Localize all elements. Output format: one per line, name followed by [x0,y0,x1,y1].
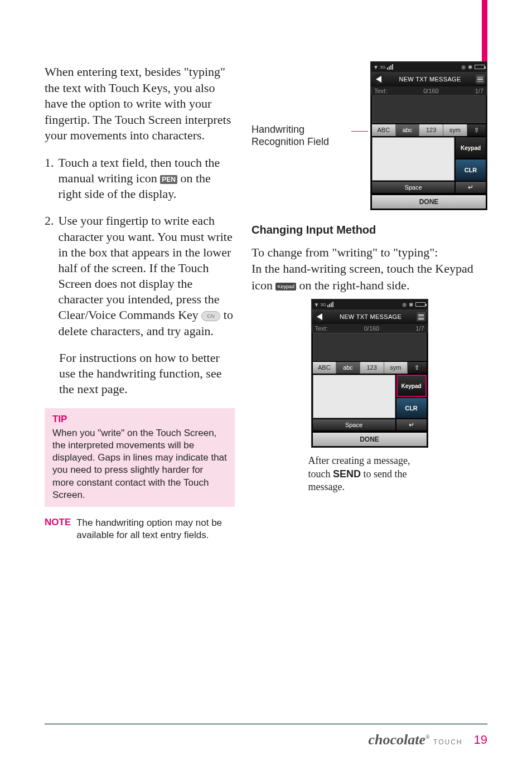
text-input-area[interactable] [372,95,486,123]
mode-ABC[interactable]: ABC [313,362,336,374]
accent-bar [482,0,487,61]
step-1: 1. Touch a text field, then touch the ma… [45,155,235,202]
text-label: Text: [315,325,328,332]
signal-icon [387,64,393,70]
network-icon: 3G [380,65,386,70]
antenna-icon: ▼ [373,64,379,70]
done-button[interactable]: DONE [313,433,427,446]
clear-voice-key-icon: C/v [201,311,220,321]
handwriting-field[interactable] [313,375,395,418]
tip-body: When you "write" on the Touch Screen, th… [52,427,227,501]
change-para-2: In the hand-writing screen, touch the Ke… [252,260,487,293]
status-bar: ▼ 3G ⊕ ✱ [371,62,487,72]
step-number: 1. [45,155,54,202]
callout-label: Handwriting Recognition Field [252,124,349,148]
indent-paragraph: For instructions on how to better use th… [59,350,235,397]
shift-button[interactable]: ⇧ [467,124,486,136]
text-input-area[interactable] [313,333,427,361]
page-number: 19 [474,733,487,747]
signal-icon [327,302,333,307]
note-row: NOTE The handwriting option may not be a… [45,517,235,541]
mode-row: ABC abc 123 sym ⇧ [313,362,427,374]
menu-icon[interactable] [417,312,425,321]
battery-icon [475,65,485,69]
page-footer: chocolate® TOUCH 19 [45,723,487,748]
mode-ABC[interactable]: ABC [372,124,395,136]
done-button[interactable]: DONE [372,195,486,209]
antenna-icon: ▼ [314,302,320,308]
keypad-inline-icon: Keypad [275,283,296,290]
back-button[interactable] [314,311,325,322]
step-2: 2. Use your fingertip to write each char… [45,213,235,338]
screen-title: NEW TXT MESSAGE [386,76,473,83]
clr-button[interactable]: CLR [456,159,486,181]
callout-leader-line [351,131,368,132]
mode-sym[interactable]: sym [443,124,467,136]
step-body: Use your fingertip to write each charact… [59,213,235,338]
battery-icon [415,302,425,307]
left-column: When entering text, besides "typing" the… [45,33,235,541]
intro-paragraph: When entering text, besides "typing" the… [45,64,235,144]
shift-button[interactable]: ⇧ [407,362,426,374]
mode-sym[interactable]: sym [384,362,408,374]
figure2-caption: After creating a message, touch SEND to … [308,454,431,493]
note-body: The handwriting option may not be availa… [76,517,235,541]
location-icon: ⊕ [402,302,407,308]
clr-button[interactable]: CLR [396,398,427,418]
back-arrow-icon [376,76,381,83]
title-bar: NEW TXT MESSAGE [371,72,487,86]
phone-screenshot-2: ▼ 3G ⊕ ✱ NEW TXT MESSAGE Te [311,299,428,448]
mode-abc[interactable]: abc [336,362,360,374]
brand-name: chocolate [368,732,425,748]
bluetooth-icon: ✱ [409,302,413,308]
menu-icon[interactable] [476,75,485,84]
mode-123[interactable]: 123 [419,124,443,136]
space-button[interactable]: Space [372,182,454,193]
note-label: NOTE [45,517,71,541]
phone-screenshot-1: ▼ 3G ⊕ ✱ NEW TXT MESSAGE Te [370,61,487,210]
brand-logo: chocolate® TOUCH [368,732,462,748]
back-button[interactable] [373,74,384,85]
send-label: SEND [333,468,361,480]
back-arrow-icon [317,313,322,320]
tip-box: TIP When you "write" on the Touch Screen… [45,408,235,507]
keypad-button[interactable]: Keypad [456,137,486,158]
text-label: Text: [374,88,387,94]
mode-row: ABC abc 123 sym ⇧ [372,124,486,136]
heading-changing-input: Changing Input Method [252,224,487,236]
text-field-header: Text: 0/160 1/7 [371,86,487,95]
enter-button[interactable]: ↵ [396,419,427,430]
location-icon: ⊕ [461,64,466,70]
step-number: 2. [45,213,54,338]
mode-123[interactable]: 123 [360,362,384,374]
page-counter: 1/7 [475,88,483,94]
figure1-row: Handwriting Recognition Field ▼ 3G ⊕ ✱ [252,61,487,210]
title-bar: NEW TXT MESSAGE [312,309,428,324]
network-icon: 3G [320,302,326,307]
change-para-1: To change from "writing" to "typing": [252,244,487,260]
change-text-b: on the right-hand side. [296,278,409,292]
bluetooth-icon: ✱ [468,64,472,70]
step-body: Touch a text field, then touch the manua… [59,155,235,202]
space-button[interactable]: Space [313,419,395,430]
page-counter: 1/7 [415,325,424,332]
enter-button[interactable]: ↵ [456,182,486,193]
text-field-header: Text: 0/160 1/7 [312,324,428,333]
char-counter: 0/160 [364,325,380,332]
tip-label: TIP [52,414,227,425]
status-bar: ▼ 3G ⊕ ✱ [312,299,428,309]
mode-abc[interactable]: abc [395,124,419,136]
brand-sub: TOUCH [433,738,462,746]
handwriting-field[interactable] [372,137,454,181]
screen-title: NEW TXT MESSAGE [327,313,414,320]
step-text-before: Use your fingertip to write each charact… [59,214,233,322]
right-column: Handwriting Recognition Field ▼ 3G ⊕ ✱ [252,33,487,541]
char-counter: 0/160 [423,88,439,94]
pen-icon: PEN [160,175,177,184]
keypad-button-highlighted[interactable]: Keypad [396,375,427,397]
